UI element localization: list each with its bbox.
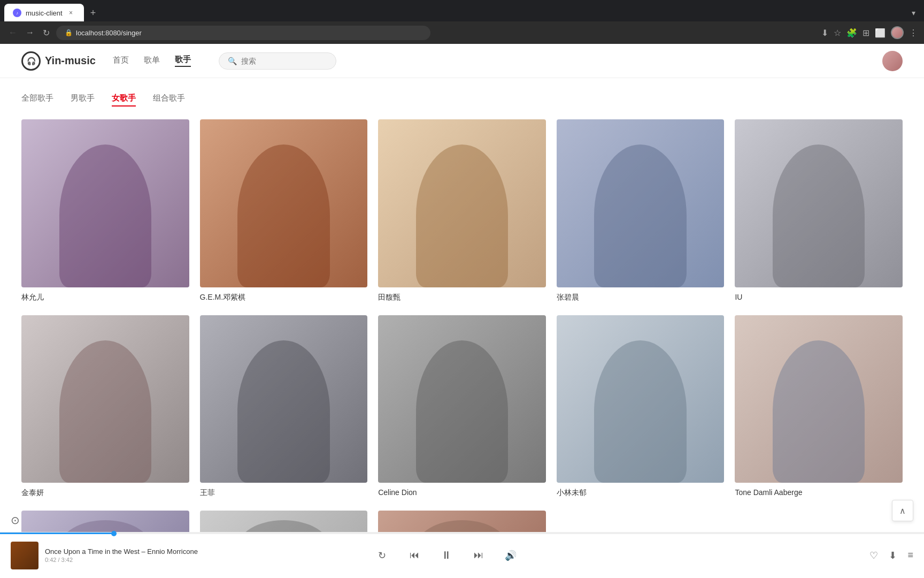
singer-name-0: 林允儿: [21, 293, 189, 302]
singer-name-8: 小林未郁: [557, 488, 725, 498]
pause-icon: ⏸: [441, 549, 452, 561]
nav-playlist[interactable]: 歌单: [144, 55, 160, 66]
singer-image-8: [557, 315, 725, 483]
singer-card-7[interactable]: Celine Dion: [378, 315, 546, 498]
profile-icon[interactable]: ⊞: [863, 28, 869, 38]
extension-icon[interactable]: 🧩: [846, 28, 857, 38]
nav-singer[interactable]: 歌手: [175, 55, 191, 67]
singer-card-4[interactable]: IU: [735, 119, 903, 302]
singer-card-9[interactable]: Tone Damli Aaberge: [735, 315, 903, 498]
player-controls: ↻ ⏮ ⏸ ⏭ 🔊: [373, 546, 520, 565]
player-right-controls: ♡ ⬇ ≡: [869, 550, 913, 561]
singer-card-2[interactable]: 田馥甄: [378, 119, 546, 302]
fullscreen-icon[interactable]: ⬜: [875, 28, 886, 38]
prev-button[interactable]: ⏮: [405, 546, 424, 565]
active-tab[interactable]: ♪ music-client ×: [4, 4, 84, 22]
current-time: 0:42: [45, 557, 56, 563]
logo-text: Yin-music: [45, 55, 96, 67]
logo-icon: 🎧: [21, 51, 41, 71]
singer-image-0: [21, 119, 189, 287]
shuffle-button[interactable]: ↻: [373, 546, 392, 565]
scroll-top-button[interactable]: ∧: [892, 500, 913, 521]
search-input[interactable]: [241, 57, 327, 65]
back-button[interactable]: ←: [6, 26, 19, 40]
singer-grid: 林允儿 G.E.M.邓紫棋 田馥甄 张碧: [21, 119, 903, 575]
singer-image-5: [21, 315, 189, 483]
tab-title: music-client: [26, 9, 63, 17]
singer-card-8[interactable]: 小林未郁: [557, 315, 725, 498]
player-song-time: 0:42 / 3:42: [45, 557, 198, 563]
main-content: 全部歌手 男歌手 女歌手 组合歌手 林允儿 G.E.M.邓紫棋: [0, 78, 924, 578]
singer-image-4: [735, 119, 903, 287]
singer-image-2: [378, 119, 546, 287]
chevron-up-circle-icon: ⊙: [11, 514, 20, 526]
singer-name-3: 张碧晨: [557, 293, 725, 302]
singer-image-7: [378, 315, 546, 483]
address-bar: ← → ↻ 🔒 localhost:8080/singer ⬇ ☆ 🧩 ⊞ ⬜ …: [0, 21, 924, 44]
new-tab-button[interactable]: +: [86, 5, 101, 21]
reload-button[interactable]: ↻: [41, 26, 52, 40]
player-album-art: [11, 542, 38, 569]
minimize-button[interactable]: ▾: [907, 6, 920, 19]
singer-image-3: [557, 119, 725, 287]
player-progress-fill: [0, 533, 114, 534]
singer-name-2: 田馥甄: [378, 293, 546, 302]
next-icon: ⏭: [474, 550, 483, 561]
singer-name-9: Tone Damli Aaberge: [735, 488, 903, 497]
search-bar[interactable]: 🔍: [219, 52, 336, 70]
user-avatar[interactable]: [882, 51, 903, 71]
pause-button[interactable]: ⏸: [437, 546, 456, 565]
url-bar[interactable]: 🔒 localhost:8080/singer: [56, 26, 430, 40]
singer-card-1[interactable]: G.E.M.邓紫棋: [200, 119, 368, 302]
main-nav: 首页 歌单 歌手: [113, 55, 191, 67]
singer-image-1: [200, 119, 368, 287]
url-text: localhost:8080/singer: [76, 29, 142, 37]
search-icon: 🔍: [228, 57, 237, 65]
singer-card-3[interactable]: 张碧晨: [557, 119, 725, 302]
player-progress-dot[interactable]: [111, 531, 117, 536]
singer-image-9: [735, 315, 903, 483]
menu-icon[interactable]: ⋮: [909, 28, 918, 38]
singer-name-1: G.E.M.邓紫棋: [200, 293, 368, 302]
browser-chrome: ♪ music-client × + ▾ ← → ↻ 🔒 localhost:8…: [0, 0, 924, 44]
player-song-title: Once Upon a Time in the West – Ennio Mor…: [45, 547, 198, 556]
lock-icon: 🔒: [65, 29, 73, 36]
singer-card-6[interactable]: 王菲: [200, 315, 368, 498]
volume-button[interactable]: 🔊: [501, 546, 520, 565]
singer-name-6: 王菲: [200, 488, 368, 498]
singer-name-5: 金泰妍: [21, 488, 189, 498]
browser-user-avatar[interactable]: [891, 26, 904, 39]
download-icon[interactable]: ⬇: [821, 28, 828, 38]
prev-icon: ⏮: [410, 550, 419, 561]
next-button[interactable]: ⏭: [469, 546, 488, 565]
filter-all[interactable]: 全部歌手: [21, 91, 53, 107]
nav-home[interactable]: 首页: [113, 55, 129, 66]
tab-bar: ♪ music-client × + ▾: [0, 0, 924, 21]
filter-group[interactable]: 组合歌手: [153, 91, 185, 107]
filter-female[interactable]: 女歌手: [112, 91, 136, 107]
star-icon[interactable]: ☆: [834, 28, 841, 38]
chevron-up-icon: ∧: [899, 506, 906, 516]
music-player: Once Upon a Time in the West – Ennio Mor…: [0, 532, 924, 578]
app-header: 🎧 Yin-music 首页 歌单 歌手 🔍: [0, 44, 924, 78]
player-progress-bar[interactable]: [0, 533, 924, 534]
singer-card-5[interactable]: 金泰妍: [21, 315, 189, 498]
total-time: 3:42: [61, 557, 73, 563]
collapse-player-button[interactable]: ⊙: [11, 514, 20, 527]
like-button[interactable]: ♡: [869, 550, 878, 561]
singer-name-4: IU: [735, 293, 903, 301]
browser-actions: ⬇ ☆ 🧩 ⊞ ⬜ ⋮: [821, 26, 918, 39]
queue-button[interactable]: ≡: [907, 550, 913, 561]
tab-close-button[interactable]: ×: [67, 9, 75, 17]
player-song-info: Once Upon a Time in the West – Ennio Mor…: [45, 547, 198, 563]
filter-tabs: 全部歌手 男歌手 女歌手 组合歌手: [21, 91, 903, 107]
singer-name-7: Celine Dion: [378, 488, 546, 497]
app-logo: 🎧 Yin-music: [21, 51, 96, 71]
forward-button[interactable]: →: [24, 26, 36, 40]
tab-favicon: ♪: [13, 9, 21, 17]
singer-image-6: [200, 315, 368, 483]
download-button[interactable]: ⬇: [889, 550, 897, 561]
filter-male[interactable]: 男歌手: [71, 91, 95, 107]
singer-card-0[interactable]: 林允儿: [21, 119, 189, 302]
volume-icon: 🔊: [505, 550, 517, 561]
